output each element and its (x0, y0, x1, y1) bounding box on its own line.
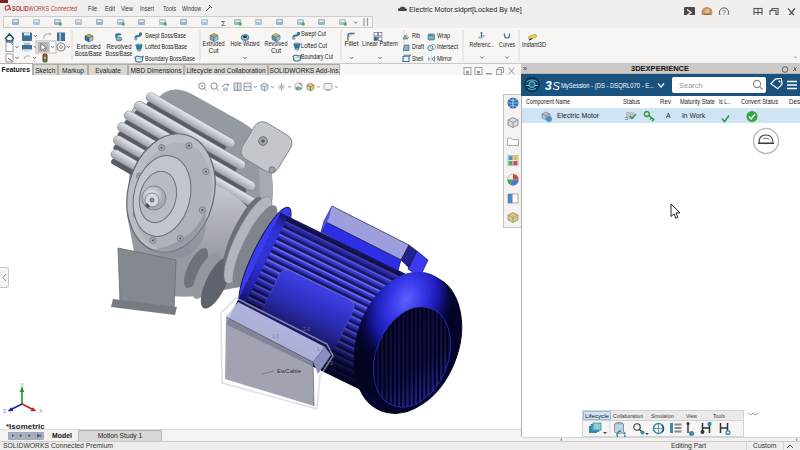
svg-text:Collaboration: Collaboration (613, 411, 643, 418)
svg-text:File: File (88, 4, 97, 13)
svg-text:A: A (666, 112, 671, 119)
svg-text:Rev: Rev (660, 98, 672, 105)
svg-text:Σ: Σ (221, 19, 226, 28)
svg-text:Extruded: Extruded (77, 43, 101, 50)
svg-text:Insert: Insert (140, 4, 154, 13)
svg-text:Referenc...: Referenc... (470, 41, 495, 48)
svg-text:1.0: 1.0 (317, 346, 324, 352)
svg-text:Boss/Base: Boss/Base (106, 50, 133, 57)
svg-text:Status: Status (623, 98, 641, 105)
svg-text:Intersect: Intersect (437, 43, 458, 50)
svg-text:X: X (39, 408, 43, 414)
svg-text:Lofted Boss/Base: Lofted Boss/Base (145, 43, 187, 50)
svg-text:Boss/Base: Boss/Base (75, 50, 102, 57)
svg-text:Cut: Cut (271, 47, 281, 54)
svg-text:Instant3D: Instant3D (522, 41, 546, 48)
svg-text:Linear Pattern: Linear Pattern (362, 40, 398, 47)
svg-text:Cut: Cut (209, 47, 219, 54)
svg-text:Lofted Cut: Lofted Cut (301, 42, 327, 49)
svg-text:S: S (553, 80, 561, 92)
svg-text:Tools: Tools (163, 4, 176, 13)
svg-text:Fillet: Fillet (345, 40, 359, 47)
svg-text:Des: Des (789, 98, 800, 105)
svg-text:2.0: 2.0 (303, 326, 310, 332)
svg-text:Window: Window (182, 4, 202, 13)
svg-text:3: 3 (545, 79, 552, 93)
svg-text:View: View (686, 411, 697, 418)
svg-text:Y: Y (20, 382, 24, 388)
svg-text:Boundary Cut: Boundary Cut (301, 53, 333, 61)
svg-text:Tools: Tools (713, 411, 725, 418)
svg-text:1.0: 1.0 (272, 333, 279, 339)
svg-text:In Work: In Work (682, 112, 706, 119)
svg-text:Revolved: Revolved (265, 40, 288, 47)
svg-text:Extruded: Extruded (203, 40, 225, 47)
svg-text:View: View (121, 4, 134, 13)
svg-text:Draft: Draft (412, 43, 424, 50)
svg-text:Boundary Boss/Base: Boundary Boss/Base (145, 55, 195, 63)
svg-text:Z: Z (3, 408, 7, 414)
svg-text:Hole Wizard: Hole Wizard (231, 40, 260, 47)
svg-text:Simulation: Simulation (651, 411, 674, 418)
svg-text:MySession - (DS - DSQRL070 - E: MySession - (DS - DSQRL070 - E... (561, 81, 654, 90)
svg-text:2.0: 2.0 (326, 360, 333, 366)
svg-text:Maturity State: Maturity State (680, 98, 715, 106)
svg-text:Electric Motor: Electric Motor (557, 112, 600, 119)
svg-text:Mirror: Mirror (437, 55, 452, 62)
svg-text:Convert Status: Convert Status (741, 98, 779, 105)
svg-text:Rib: Rib (412, 32, 420, 39)
svg-text:SOLIDWORKS Connected: SOLIDWORKS Connected (12, 4, 78, 13)
svg-text:Swept Cut: Swept Cut (301, 30, 326, 38)
svg-text:Wrap: Wrap (437, 32, 450, 40)
svg-text:Component Name: Component Name (526, 98, 570, 106)
svg-text:Edit: Edit (105, 4, 115, 13)
svg-text:Shell: Shell (412, 55, 423, 62)
svg-text:Is L...: Is L... (719, 98, 731, 105)
svg-text:Curves: Curves (499, 41, 515, 48)
svg-text:Swept Boss/Base: Swept Boss/Base (145, 32, 186, 40)
svg-text:Revolved: Revolved (107, 43, 132, 50)
svg-text:EwCable: EwCable (277, 368, 302, 374)
